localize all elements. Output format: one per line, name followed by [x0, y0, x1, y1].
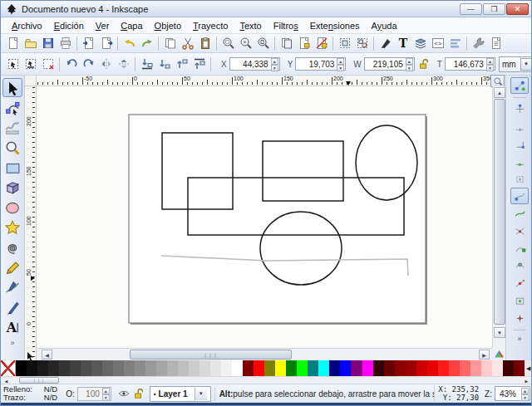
- layer-lock-icon[interactable]: [131, 387, 146, 400]
- menu-capa[interactable]: Capa: [115, 19, 148, 32]
- layers-icon[interactable]: [411, 36, 429, 51]
- color-swatch[interactable]: [318, 360, 329, 376]
- snap-nodes-toggle-button[interactable]: [510, 188, 529, 204]
- paste-icon[interactable]: [196, 36, 214, 51]
- maximize-button[interactable]: ❐: [483, 3, 505, 15]
- toolbox-overflow-button[interactable]: »: [10, 339, 14, 347]
- layer-visibility-eye-icon[interactable]: [116, 387, 131, 400]
- color-swatch[interactable]: [373, 360, 384, 376]
- snap-rotation-centers-button[interactable]: [510, 310, 529, 326]
- horizontal-ruler[interactable]: -50050100150200250300350: [37, 76, 492, 86]
- tool-rectangle[interactable]: [2, 158, 22, 177]
- color-swatch[interactable]: [167, 360, 178, 376]
- resize-grip[interactable]: ⠿: [523, 390, 530, 399]
- color-swatch[interactable]: [59, 360, 70, 376]
- color-swatch[interactable]: [221, 360, 232, 376]
- y-spinner[interactable]: ▲▼: [337, 58, 344, 70]
- menu-filtros[interactable]: Filtros: [268, 19, 304, 32]
- color-swatch[interactable]: [48, 360, 59, 376]
- fill-stroke-indicator[interactable]: Relleno: N/D Trazo: N/D: [3, 385, 57, 402]
- snap-toggle-button[interactable]: [510, 77, 529, 94]
- clone-icon[interactable]: [295, 36, 313, 51]
- color-swatch[interactable]: [340, 360, 351, 376]
- color-swatch[interactable]: [156, 360, 167, 376]
- color-swatch[interactable]: [135, 360, 145, 376]
- color-swatch[interactable]: [145, 360, 156, 376]
- color-swatch[interactable]: [362, 360, 373, 376]
- color-swatch[interactable]: [481, 360, 492, 376]
- vertical-scroll-thumb[interactable]: [494, 99, 505, 325]
- save-icon[interactable]: [39, 36, 57, 51]
- tool-selector[interactable]: [2, 78, 22, 97]
- tool-tweak[interactable]: [2, 118, 22, 137]
- duplicate-icon[interactable]: [278, 36, 295, 51]
- color-swatch[interactable]: [470, 360, 481, 376]
- color-managed-display-icon[interactable]: [492, 348, 505, 360]
- palette-scroll-left-button[interactable]: ◀: [2, 378, 10, 384]
- ungroup-icon[interactable]: [353, 36, 371, 51]
- color-swatch[interactable]: [189, 360, 200, 376]
- select-in-all-layers-icon[interactable]: [22, 56, 39, 72]
- color-swatch[interactable]: [395, 360, 406, 376]
- menu-texto[interactable]: Texto: [234, 19, 267, 32]
- color-swatch[interactable]: [416, 360, 427, 376]
- color-swatch[interactable]: [113, 360, 124, 376]
- y-field[interactable]: 19,703▲▼: [295, 57, 346, 71]
- unit-selector[interactable]: mm▼: [499, 56, 532, 72]
- open-icon[interactable]: [22, 36, 39, 51]
- flip-vertical-icon[interactable]: [115, 56, 132, 72]
- tool-node-editor[interactable]: [2, 98, 22, 117]
- palette-scroll-thumb[interactable]: ❘❘❘: [19, 377, 59, 384]
- color-swatch[interactable]: [16, 360, 27, 376]
- vertical-ruler[interactable]: 200150100500: [25, 86, 37, 406]
- snap-smooth-nodes-button[interactable]: [510, 257, 529, 274]
- height-field[interactable]: 146,673▲▼: [445, 57, 495, 71]
- width-field[interactable]: 219,105▲▼: [364, 57, 415, 71]
- print-icon[interactable]: [57, 36, 74, 51]
- color-swatch[interactable]: [297, 360, 308, 376]
- redo-icon[interactable]: [138, 36, 155, 51]
- menu-ayuda[interactable]: Ayuda: [366, 19, 403, 32]
- snap-cusp-nodes-button[interactable]: [510, 240, 529, 257]
- menu-edicin[interactable]: Edición: [48, 19, 90, 32]
- color-swatch[interactable]: [124, 360, 135, 376]
- menu-extensiones[interactable]: Extensiones: [304, 19, 366, 32]
- color-swatch[interactable]: [102, 360, 113, 376]
- minimize-button[interactable]: —: [460, 3, 482, 15]
- menu-archivo[interactable]: Archivo: [6, 19, 48, 32]
- color-swatch[interactable]: [384, 360, 395, 376]
- color-swatch[interactable]: [210, 360, 221, 376]
- color-swatch[interactable]: [200, 360, 210, 376]
- export-icon[interactable]: [97, 36, 115, 51]
- color-swatch[interactable]: [254, 360, 264, 376]
- rotate-ccw-icon[interactable]: [62, 56, 80, 72]
- color-swatch[interactable]: [264, 360, 275, 376]
- color-swatch[interactable]: [232, 360, 243, 376]
- opacity-spinner[interactable]: ▲▼: [102, 388, 110, 399]
- align-icon[interactable]: [446, 36, 464, 51]
- color-swatch[interactable]: [427, 360, 438, 376]
- snap-object-centers-button[interactable]: [510, 292, 529, 309]
- snap-bbox-centers-button[interactable]: [510, 170, 529, 187]
- tool-ellipse[interactable]: [2, 198, 22, 217]
- scroll-right-button[interactable]: ▶: [479, 350, 490, 360]
- scroll-up-button[interactable]: ▲: [494, 87, 505, 98]
- menu-ver[interactable]: Ver: [90, 19, 116, 32]
- raise-icon[interactable]: [173, 56, 190, 72]
- snap-bbox-button[interactable]: [510, 100, 529, 117]
- snap-bbox-edges-button[interactable]: [510, 118, 529, 135]
- palette-scrollbar[interactable]: ◀ ❘❘❘ ▶: [1, 376, 532, 384]
- menu-objeto[interactable]: Objeto: [149, 19, 187, 32]
- tool-zoom[interactable]: [2, 138, 22, 157]
- cut-icon[interactable]: [179, 36, 196, 51]
- tool-spiral[interactable]: [2, 237, 22, 257]
- color-swatch[interactable]: [438, 360, 449, 376]
- color-swatch[interactable]: [70, 360, 81, 376]
- tool-pencil[interactable]: [2, 257, 22, 276]
- unlink-clone-icon[interactable]: [313, 36, 330, 51]
- color-swatch[interactable]: [91, 360, 102, 376]
- snap-midpoints-button[interactable]: [510, 275, 529, 291]
- width-spinner[interactable]: ▲▼: [406, 58, 413, 70]
- preferences-icon[interactable]: [470, 36, 487, 51]
- color-swatch[interactable]: [406, 360, 416, 376]
